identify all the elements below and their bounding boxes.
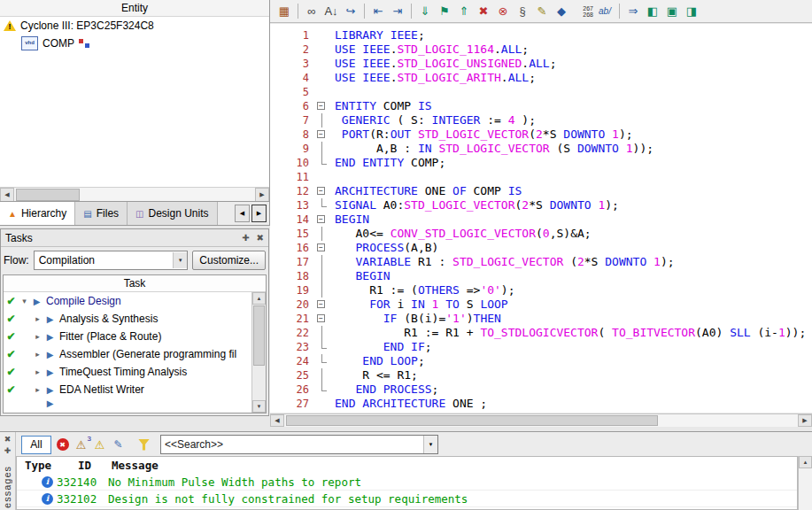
attach-icon[interactable]: §: [514, 3, 531, 20]
entity-tree-item[interactable]: vhd COMP: [0, 35, 269, 52]
tabs-scroll-right-icon[interactable]: ▶: [251, 205, 267, 222]
goto-icon[interactable]: ↪: [342, 3, 360, 20]
hierarchy-hscrollbar[interactable]: ◀ ▶: [0, 187, 269, 202]
scroll-right-icon[interactable]: ▶: [255, 188, 269, 202]
scroll-up-icon[interactable]: ▲: [799, 456, 812, 468]
find-icon[interactable]: ∞: [303, 3, 321, 20]
quartus-ii-window: Entity ! Cyclone III: EP3C25F324C8 vhd C…: [0, 0, 812, 510]
toolbar-separator: [298, 4, 298, 19]
editor-hscrollbar[interactable]: ◀ ▶: [270, 413, 812, 427]
split-view-icon[interactable]: ▣: [663, 3, 681, 20]
scrollbar-track[interactable]: [284, 414, 798, 427]
find-next-icon[interactable]: A↓: [322, 3, 340, 20]
next-window-icon[interactable]: ⇒: [624, 3, 642, 20]
code-text: USE IEEE.STD_LOGIC_1164.ALL;: [329, 42, 529, 57]
line-count-icon[interactable]: 267268: [572, 3, 593, 20]
messages-vscrollbar[interactable]: ▲: [798, 456, 812, 510]
warnings-icon[interactable]: ⚠: [92, 437, 107, 452]
comment-icon[interactable]: ◆: [553, 3, 570, 20]
task-row[interactable]: ✔▸▶Assembler (Generate programming fil: [4, 345, 266, 363]
scroll-left-icon[interactable]: ◀: [270, 414, 284, 427]
indent-icon[interactable]: ⇥: [389, 3, 406, 20]
task-row[interactable]: ✔▸▶TimeQuest Timing Analysis: [4, 363, 266, 381]
tab-design-units[interactable]: ◫Design Units: [128, 202, 217, 225]
pin-icon[interactable]: ✚: [0, 446, 15, 455]
template-icon[interactable]: ▦: [275, 3, 293, 20]
code-text: ENTITY COMP IS: [329, 99, 432, 113]
fold-margin: −: [315, 184, 329, 198]
clear-bookmarks-icon[interactable]: ✖: [475, 3, 492, 20]
errors-icon[interactable]: ✖: [55, 437, 70, 452]
pin-icon[interactable]: ✚: [242, 233, 249, 243]
close-icon[interactable]: ✖: [257, 233, 264, 243]
search-input[interactable]: [161, 438, 423, 451]
fold-toggle-icon[interactable]: −: [317, 215, 325, 223]
code-line: 24 END LOOP;: [270, 354, 812, 368]
fold-toggle-icon[interactable]: −: [317, 314, 325, 322]
scrollbar-thumb[interactable]: [286, 415, 658, 426]
bookmark-toggle-icon[interactable]: ⚑: [436, 3, 453, 20]
scrollbar-track[interactable]: [799, 468, 812, 510]
tabs-scroll-left-icon[interactable]: ◀: [235, 205, 250, 222]
split-left-icon[interactable]: ◧: [644, 3, 661, 20]
line-number: 15: [270, 227, 315, 241]
critical-warnings-icon[interactable]: ⚠3: [73, 437, 89, 452]
bookmark-next-icon[interactable]: ⇑: [455, 3, 473, 20]
edit-messages-icon[interactable]: ✎: [111, 437, 126, 452]
scroll-left-icon[interactable]: ◀: [0, 188, 14, 202]
expand-chevron-icon[interactable]: ▸: [32, 385, 43, 394]
fold-toggle-icon[interactable]: −: [317, 102, 325, 110]
fold-margin: −: [315, 312, 329, 326]
insert-file-icon[interactable]: ⇓: [416, 3, 434, 20]
fold-toggle-icon[interactable]: −: [317, 187, 325, 195]
message-row[interactable]: i332140No Minimum Pulse Width paths to r…: [17, 474, 797, 491]
expand-chevron-icon[interactable]: ▸: [32, 367, 43, 376]
message-row[interactable]: i332102Design is not fully constrained f…: [17, 491, 797, 507]
line-number: 11: [270, 170, 315, 184]
all-messages-tab[interactable]: All: [21, 436, 51, 454]
scrollbar-track[interactable]: [14, 188, 255, 202]
chevron-down-icon[interactable]: ▼: [173, 252, 187, 268]
expand-chevron-icon[interactable]: ▸: [32, 332, 43, 341]
code-text: END ARCHITECTURE ONE ;: [329, 397, 487, 411]
filter-icon[interactable]: [138, 439, 150, 451]
scroll-up-icon[interactable]: ▲: [252, 292, 266, 305]
scroll-right-icon[interactable]: ▶: [798, 414, 812, 427]
close-icon[interactable]: ✖: [0, 435, 15, 444]
tab-files[interactable]: ▤Files: [75, 202, 128, 225]
task-row[interactable]: ✔▸▶Fitter (Place & Route): [4, 328, 266, 345]
scrollbar-thumb[interactable]: [16, 189, 80, 201]
expand-chevron-icon[interactable]: ▸: [32, 350, 43, 359]
tab-nav-buttons: ◀ ▶: [235, 202, 269, 225]
tab-label: Files: [97, 207, 119, 220]
flow-select[interactable]: Compilation ▼: [34, 251, 189, 270]
line-number: 6: [270, 99, 315, 113]
task-row[interactable]: ✔▸▶Analysis & Synthesis: [4, 310, 266, 328]
fold-toggle-icon[interactable]: −: [317, 130, 325, 138]
expand-chevron-icon[interactable]: ▸: [32, 314, 43, 323]
outdent-icon[interactable]: ⇤: [369, 3, 387, 20]
task-row[interactable]: ✔▾▶Compile Design: [4, 292, 266, 310]
split-right-icon[interactable]: ◨: [683, 3, 700, 20]
task-row[interactable]: ✔▸▶EDA Netlist Writer: [4, 381, 266, 398]
task-row[interactable]: ▶: [4, 398, 266, 408]
code-text: PORT(R:OUT STD_LOGIC_VECTOR(2*S DOWNTO 1…: [329, 128, 633, 142]
code-editor[interactable]: 1LIBRARY IEEE;2USE IEEE.STD_LOGIC_1164.A…: [270, 24, 812, 413]
expand-chevron-icon[interactable]: ▾: [19, 297, 30, 305]
message-text: No Minimum Pulse Width paths to report: [108, 475, 797, 489]
fold-toggle-icon[interactable]: −: [317, 243, 325, 251]
task-status-check-icon: ✔: [4, 295, 19, 307]
delete-block-icon[interactable]: ⊗: [494, 3, 512, 20]
tab-hierarchy[interactable]: ▲Hierarchy: [0, 202, 75, 225]
tasks-vscrollbar[interactable]: ▲ ▼: [251, 292, 266, 413]
scroll-down-icon[interactable]: ▼: [252, 400, 266, 413]
scrollbar-thumb[interactable]: [253, 305, 265, 366]
chevron-down-icon[interactable]: ▼: [423, 436, 437, 453]
word-wrap-icon[interactable]: ab/: [595, 3, 615, 20]
fold-toggle-icon[interactable]: −: [317, 300, 325, 308]
device-label: Cyclone III: EP3C25F324C8: [20, 19, 154, 32]
info-icon: i: [42, 493, 53, 505]
highlight-icon[interactable]: ✎: [533, 3, 551, 20]
customize-button[interactable]: Customize...: [192, 251, 266, 270]
device-tree-item[interactable]: ! Cyclone III: EP3C25F324C8: [0, 17, 269, 35]
